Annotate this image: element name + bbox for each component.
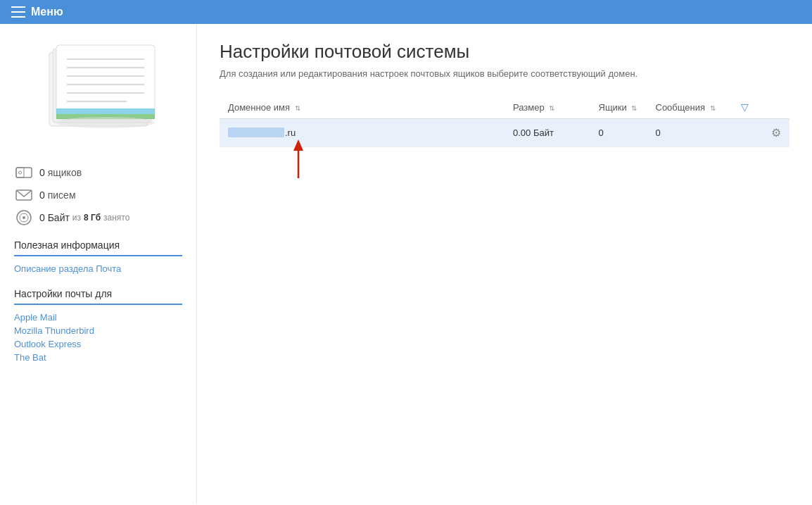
filter-icon[interactable]: ▽ bbox=[741, 101, 749, 113]
disk-quota: 8 Гб bbox=[84, 213, 101, 223]
col-messages[interactable]: Сообщения ⇅ bbox=[647, 96, 733, 119]
svg-point-11 bbox=[56, 117, 155, 128]
settings-icon[interactable]: ⚙ bbox=[771, 127, 781, 139]
header: Меню bbox=[0, 0, 812, 24]
svg-point-14 bbox=[19, 171, 22, 174]
mailbox-icon bbox=[14, 165, 34, 180]
domain-tld: .ru bbox=[285, 127, 296, 138]
page-subtitle: Для создания или редактирования настроек… bbox=[220, 68, 789, 79]
sort-arrows-messages: ⇅ bbox=[710, 104, 716, 112]
letters-label: писем bbox=[48, 189, 76, 201]
layout: 0 ящиков 0 писем bbox=[0, 24, 812, 504]
mail-settings-title: Настройки почты для bbox=[14, 288, 182, 299]
useful-info-title: Полезная информация bbox=[14, 239, 182, 251]
col-domain-name[interactable]: Доменное имя ⇅ bbox=[220, 96, 505, 119]
link-thunderbird[interactable]: Mozilla Thunderbird bbox=[14, 325, 182, 336]
stat-disk: 0 Байт из 8 Гб занято bbox=[14, 210, 182, 225]
menu-label[interactable]: Меню bbox=[31, 6, 63, 18]
domain-boxes-cell: 0 bbox=[590, 119, 647, 147]
svg-rect-9 bbox=[56, 108, 155, 114]
disk-icon bbox=[14, 210, 34, 225]
stats-section: 0 ящиков 0 писем bbox=[14, 165, 182, 225]
useful-info-section: Полезная информация Описание раздела Поч… bbox=[14, 239, 182, 274]
svg-rect-2 bbox=[56, 45, 155, 119]
domains-table: Доменное имя ⇅ Размер ⇅ Ящики ⇅ Сообщени… bbox=[220, 96, 789, 147]
sort-arrows-boxes: ⇅ bbox=[631, 104, 637, 112]
stat-letters: 0 писем bbox=[14, 187, 182, 203]
domain-blurred bbox=[228, 127, 284, 137]
sort-arrows-domain: ⇅ bbox=[295, 104, 300, 112]
svg-marker-20 bbox=[293, 139, 303, 151]
disk-used: 0 Байт bbox=[39, 212, 70, 223]
main-content: Настройки почтовой системы Для создания … bbox=[197, 24, 812, 504]
link-mail-description[interactable]: Описание раздела Почта bbox=[14, 263, 182, 274]
mailboxes-count: 0 bbox=[39, 167, 45, 178]
mail-illustration bbox=[14, 38, 182, 154]
stat-mailboxes: 0 ящиков bbox=[14, 165, 182, 180]
letters-count: 0 bbox=[39, 189, 45, 201]
mail-settings-divider bbox=[14, 304, 182, 305]
col-actions: ▽ bbox=[732, 96, 789, 119]
col-boxes[interactable]: Ящики ⇅ bbox=[590, 96, 647, 119]
svg-rect-13 bbox=[16, 168, 24, 177]
link-the-bat[interactable]: The Bat bbox=[14, 352, 182, 363]
col-size[interactable]: Размер ⇅ bbox=[505, 96, 590, 119]
page-title: Настройки почтовой системы bbox=[220, 41, 789, 63]
mail-settings-section: Настройки почты для Apple Mail Mozilla T… bbox=[14, 288, 182, 363]
domain-name-cell[interactable]: .ru bbox=[220, 119, 505, 147]
menu-icon[interactable] bbox=[11, 6, 25, 18]
table-row[interactable]: .ru 0.00 Байт 0 0 ⚙ bbox=[220, 119, 789, 147]
domain-size-cell: 0.00 Байт bbox=[505, 119, 590, 147]
link-apple-mail[interactable]: Apple Mail bbox=[14, 312, 182, 323]
domain-settings-cell[interactable]: ⚙ bbox=[732, 119, 789, 147]
table-header-row: Доменное имя ⇅ Размер ⇅ Ящики ⇅ Сообщени… bbox=[220, 96, 789, 119]
link-outlook-express[interactable]: Outlook Express bbox=[14, 339, 182, 349]
svg-point-18 bbox=[23, 216, 25, 219]
letter-icon bbox=[14, 187, 34, 203]
useful-info-divider bbox=[14, 255, 182, 256]
sort-arrows-size: ⇅ bbox=[549, 104, 554, 112]
sidebar: 0 ящиков 0 писем bbox=[0, 24, 197, 504]
domain-messages-cell: 0 bbox=[647, 119, 733, 147]
mailboxes-label: ящиков bbox=[48, 167, 82, 178]
